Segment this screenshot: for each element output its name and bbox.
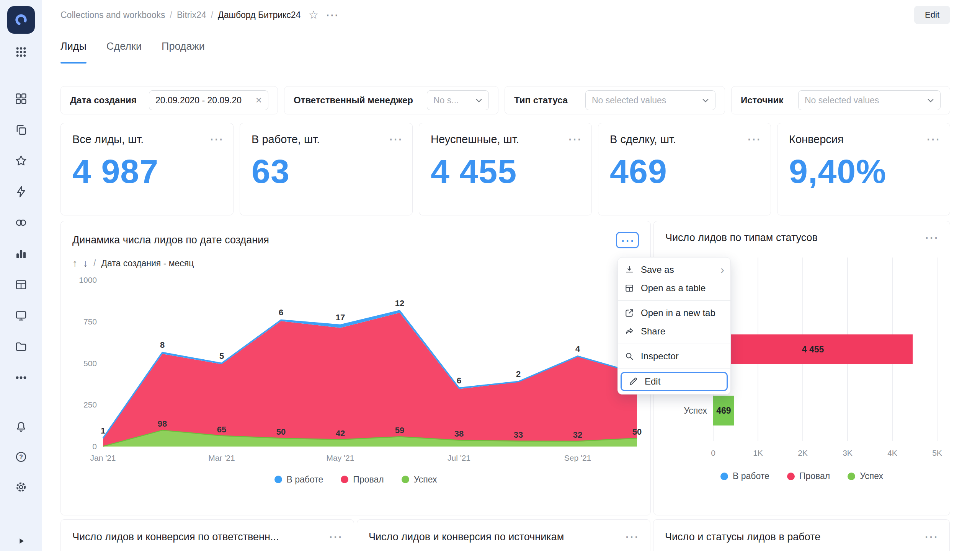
svg-text:Mar '21: Mar '21 bbox=[208, 453, 235, 462]
sort-field-label: Дата создания - месяц bbox=[101, 258, 194, 269]
tab-leads[interactable]: Лиды bbox=[60, 30, 87, 63]
svg-text:17: 17 bbox=[336, 313, 345, 322]
widget-more-icon[interactable]: ⋯ bbox=[625, 534, 639, 540]
share-icon bbox=[624, 326, 635, 337]
kpi-value: 9,40% bbox=[789, 152, 938, 191]
widget-more-icon[interactable]: ⋯ bbox=[389, 136, 402, 142]
svg-text:4K: 4K bbox=[887, 448, 897, 457]
svg-text:38: 38 bbox=[454, 429, 464, 439]
bottom-row: Число лидов и конверсия по ответственн..… bbox=[60, 519, 950, 551]
menu-item-edit-highlight: Edit bbox=[621, 372, 728, 391]
favorite-star-icon[interactable]: ☆ bbox=[308, 9, 318, 21]
stacked-area-chart: 02505007501000Jan '21Mar '21May '21Jul '… bbox=[69, 272, 643, 464]
sidebar-item-files[interactable] bbox=[14, 340, 28, 354]
date-range-input[interactable]: 20.09.2020 - 20.09.20 × bbox=[149, 90, 268, 110]
widget-more-icon-active[interactable]: ⋯ bbox=[616, 232, 639, 248]
svg-text:Jul '21: Jul '21 bbox=[448, 453, 470, 462]
svg-text:5K: 5K bbox=[932, 448, 942, 457]
sidebar-item-connections[interactable] bbox=[14, 185, 28, 199]
sidebar-bottom: ? bbox=[14, 420, 28, 494]
select-value: No s... bbox=[433, 95, 459, 106]
legend-dot bbox=[720, 473, 728, 480]
tab-deals[interactable]: Сделки bbox=[106, 30, 142, 63]
sidebar-nav bbox=[14, 92, 28, 385]
svg-text:0: 0 bbox=[711, 448, 715, 457]
manager-select[interactable]: No s... bbox=[427, 90, 489, 110]
sidebar-item-workbooks[interactable] bbox=[14, 123, 28, 137]
source-select[interactable]: No selected values bbox=[798, 90, 941, 110]
chart-legend: В работе Провал Успех bbox=[61, 474, 650, 485]
rings-icon bbox=[15, 216, 28, 229]
dashboard-tabs: Лиды Сделки Продажи bbox=[60, 30, 950, 63]
menu-divider bbox=[618, 300, 730, 301]
settings-gear-icon[interactable] bbox=[14, 480, 28, 494]
filters-row: Дата создания 20.09.2020 - 20.09.20 × От… bbox=[60, 86, 950, 114]
svg-text:Sep '21: Sep '21 bbox=[564, 453, 591, 462]
header-more-icon[interactable]: ⋯ bbox=[323, 12, 341, 18]
monitor-icon bbox=[15, 309, 28, 322]
bar-chart-icon bbox=[15, 247, 28, 260]
edit-dashboard-button[interactable]: Edit bbox=[914, 6, 950, 24]
clear-icon[interactable]: × bbox=[256, 95, 262, 106]
widget-more-icon[interactable]: ⋯ bbox=[209, 136, 223, 142]
menu-item-share[interactable]: Share bbox=[618, 322, 730, 341]
menu-item-open-as-table[interactable]: Open as a table bbox=[618, 279, 730, 297]
help-icon[interactable]: ? bbox=[14, 450, 28, 464]
legend-in-progress[interactable]: В работе bbox=[720, 471, 769, 481]
svg-text:4: 4 bbox=[575, 344, 580, 353]
datalens-logo[interactable] bbox=[7, 6, 35, 34]
menu-item-save-as[interactable]: Save as › bbox=[618, 261, 730, 279]
legend-fail[interactable]: Провал bbox=[787, 471, 830, 481]
menu-item-edit[interactable]: Edit bbox=[622, 373, 727, 390]
sidebar-item-dashboards[interactable] bbox=[14, 309, 28, 323]
widget-more-icon[interactable]: ⋯ bbox=[924, 534, 938, 540]
filter-label: Тип статуса bbox=[514, 95, 568, 106]
lightning-icon bbox=[15, 185, 28, 198]
menu-item-open-new-tab[interactable]: Open in a new tab bbox=[618, 304, 730, 322]
kpi-title: В сделку, шт. bbox=[610, 133, 759, 146]
sidebar: ? bbox=[0, 0, 42, 551]
sidebar-item-tables[interactable] bbox=[14, 278, 28, 292]
breadcrumb-workbook[interactable]: Bitrix24 bbox=[177, 10, 206, 20]
sidebar-item-collections[interactable] bbox=[14, 92, 28, 106]
notifications-bell-icon[interactable] bbox=[14, 420, 28, 434]
svg-text:1: 1 bbox=[101, 426, 105, 435]
svg-text:?: ? bbox=[19, 454, 23, 460]
sidebar-item-charts[interactable] bbox=[14, 247, 28, 261]
widget-more-icon[interactable]: ⋯ bbox=[747, 136, 761, 142]
sort-bar: ↑ ↓ / Дата создания - месяц bbox=[61, 248, 650, 269]
tab-sales[interactable]: Продажи bbox=[162, 30, 205, 63]
legend-in-progress[interactable]: В работе bbox=[274, 474, 323, 485]
sort-prefix: / bbox=[93, 258, 96, 269]
panel-leads-by-manager: Число лидов и конверсия по ответственн..… bbox=[60, 519, 354, 551]
sort-asc-icon[interactable]: ↑ bbox=[72, 258, 78, 269]
sidebar-item-datasets[interactable] bbox=[14, 216, 28, 230]
legend-success[interactable]: Успех bbox=[848, 471, 883, 481]
menu-divider bbox=[618, 368, 730, 369]
status-type-select[interactable]: No selected values bbox=[585, 90, 715, 110]
legend-fail[interactable]: Провал bbox=[341, 474, 384, 485]
expand-sidebar-icon[interactable] bbox=[14, 534, 28, 548]
kpi-to-deal: ⋯ В сделку, шт. 469 bbox=[598, 123, 771, 215]
pencil-icon bbox=[628, 376, 639, 387]
panel-title: Число лидов по типам статусов bbox=[665, 232, 818, 244]
sort-desc-icon[interactable]: ↓ bbox=[83, 258, 88, 269]
widget-more-icon[interactable]: ⋯ bbox=[328, 534, 342, 540]
panel-title: Число и статусы лидов в работе bbox=[665, 531, 820, 543]
widget-more-icon[interactable]: ⋯ bbox=[568, 136, 581, 142]
widget-more-icon[interactable]: ⋯ bbox=[924, 235, 938, 241]
download-icon bbox=[624, 264, 635, 275]
breadcrumb-collections[interactable]: Collections and workbooks bbox=[60, 10, 165, 20]
menu-item-label: Share bbox=[641, 326, 665, 337]
menu-item-inspector[interactable]: Inspector bbox=[618, 347, 730, 365]
kpi-title: Конверсия bbox=[789, 133, 938, 146]
chart-legend: В работе Провал Успех bbox=[654, 471, 950, 481]
widget-more-icon[interactable]: ⋯ bbox=[926, 136, 940, 142]
sidebar-item-favorites[interactable] bbox=[14, 154, 28, 168]
svg-text:32: 32 bbox=[573, 430, 582, 440]
apps-grid-icon[interactable] bbox=[14, 45, 28, 59]
kpi-value: 4 455 bbox=[431, 152, 580, 191]
sidebar-item-more[interactable] bbox=[14, 371, 28, 385]
legend-success[interactable]: Успех bbox=[402, 474, 437, 485]
kpi-title: Все лиды, шт. bbox=[72, 133, 222, 146]
